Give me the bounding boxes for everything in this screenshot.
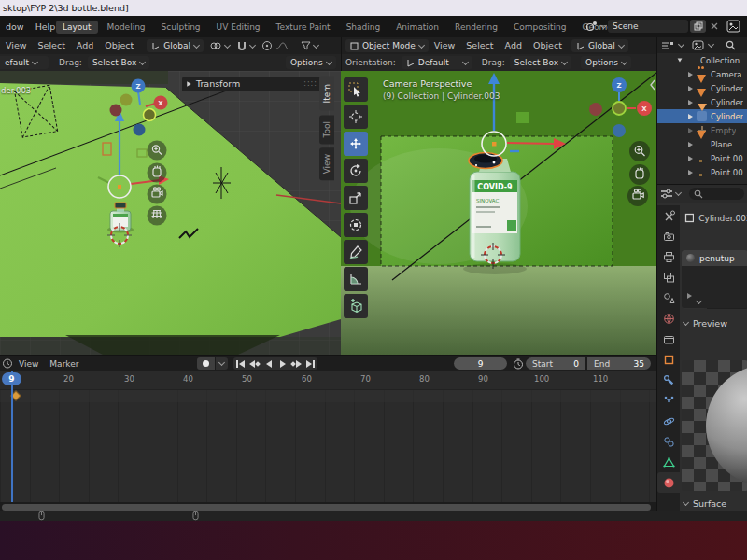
preview-section-header[interactable]: Preview <box>684 318 747 329</box>
left-viewport-canvas[interactable]: Z X der.003 Transform :::: <box>0 71 341 355</box>
scene-unlink-button[interactable] <box>708 20 721 33</box>
scene-copy-button[interactable] <box>690 20 706 33</box>
material-slot-row[interactable]: penutup <box>682 250 747 266</box>
current-frame-field[interactable]: 9 <box>454 357 507 370</box>
outliner-row-collection[interactable]: Collection <box>657 53 747 67</box>
scene-name-field[interactable]: Scene <box>608 20 688 33</box>
timeline-dopesheet[interactable] <box>0 390 656 502</box>
tab-texture-paint[interactable]: Texture Paint <box>270 21 337 34</box>
tab-collection[interactable] <box>657 329 680 349</box>
lv-menu-view[interactable]: View <box>0 37 33 54</box>
lv-drag-dropdown[interactable]: Select Box <box>88 56 149 69</box>
jump-to-end-button[interactable] <box>303 357 317 370</box>
transform-panel-header[interactable]: Transform :::: <box>182 77 322 91</box>
rv-orientation-value-dropdown[interactable]: Default <box>402 56 472 69</box>
lv-menu-object[interactable]: Object <box>99 37 139 54</box>
tool-annotate[interactable] <box>344 240 368 264</box>
current-frame-badge[interactable]: 9 <box>2 372 21 385</box>
outliner-row-point-1[interactable]: Point.00 <box>657 151 747 165</box>
tab-particles[interactable] <box>657 390 680 411</box>
sidebar-tab-item[interactable]: Item <box>319 77 334 111</box>
rv-menu-select[interactable]: Select <box>460 37 499 54</box>
play-button[interactable] <box>275 357 289 370</box>
scene-icon[interactable] <box>585 20 599 33</box>
tab-uv-editing[interactable]: UV Editing <box>210 21 267 34</box>
tool-scale[interactable] <box>344 186 368 210</box>
sidebar-tab-tool[interactable]: Tool <box>319 115 334 144</box>
rv-menu-view[interactable]: View <box>429 37 461 54</box>
outliner-row-cylinder-selected[interactable]: Cylinder <box>657 109 747 123</box>
pivot-chevron-icon[interactable] <box>224 41 231 48</box>
outliner-row-point-2[interactable]: Point.00 <box>657 165 747 179</box>
prev-keyframe-button[interactable] <box>247 357 261 370</box>
timeline-ruler[interactable]: 20 30 40 50 60 70 80 90 100 110 <box>0 371 656 390</box>
outliner-search-icon[interactable] <box>726 40 736 50</box>
tool-cursor[interactable] <box>344 105 368 129</box>
tool-transform[interactable] <box>344 213 368 237</box>
lv-orientation-dropdown[interactable]: Global <box>147 39 204 52</box>
timeline-menu-marker[interactable]: Marker <box>44 356 84 372</box>
tool-rotate[interactable] <box>344 159 368 183</box>
tab-rendering[interactable]: Rendering <box>448 21 504 34</box>
frame-end-field[interactable]: End 35 <box>587 357 651 370</box>
timeline-editor-icon[interactable] <box>2 358 13 369</box>
tool-measure[interactable] <box>344 267 368 291</box>
surface-section-header[interactable]: Surface <box>684 498 726 509</box>
tool-select-box[interactable] <box>344 77 368 102</box>
tab-sculpting[interactable]: Sculpting <box>155 21 207 34</box>
filter-funnel-icon[interactable] <box>301 40 311 51</box>
expand-icon[interactable] <box>688 156 693 161</box>
tab-object[interactable] <box>657 349 680 370</box>
lv-options-dropdown[interactable]: Options <box>286 56 336 69</box>
collapse-icon[interactable] <box>678 59 683 63</box>
expand-icon[interactable] <box>688 72 693 77</box>
timeline-scrollbar[interactable] <box>2 504 651 511</box>
expand-icon[interactable] <box>688 86 693 91</box>
expand-icon[interactable] <box>688 100 693 105</box>
tab-layout[interactable]: Layout <box>56 21 98 34</box>
slot-expand-icon[interactable] <box>687 293 692 299</box>
frame-start-field[interactable]: Start 0 <box>526 357 585 370</box>
rv-menu-add[interactable]: Add <box>500 37 528 54</box>
filter-mode-icon[interactable] <box>661 41 674 50</box>
rv-mode-dropdown[interactable]: Object Mode <box>345 39 429 52</box>
jump-to-start-button[interactable] <box>233 357 247 370</box>
lv-mode-fallback-dropdown[interactable]: efault <box>0 56 49 69</box>
tab-shading[interactable]: Shading <box>340 21 388 34</box>
expand-icon[interactable] <box>688 128 693 133</box>
pivot-icon[interactable] <box>209 40 222 51</box>
expand-icon[interactable] <box>688 142 693 147</box>
tab-material[interactable] <box>657 472 680 493</box>
expand-icon[interactable] <box>688 170 693 175</box>
tab-view-layer[interactable] <box>657 267 680 287</box>
tab-compositing[interactable]: Compositing <box>507 21 572 34</box>
playhead-line[interactable] <box>11 371 13 502</box>
tool-move[interactable] <box>344 132 368 156</box>
keying-chevron[interactable] <box>216 357 228 370</box>
properties-search-field[interactable] <box>689 188 744 200</box>
right-viewport-canvas[interactable]: COVID-9 SINOVAC <box>341 71 656 355</box>
tab-tool[interactable] <box>657 205 680 226</box>
sidebar-tab-view[interactable]: View <box>319 147 334 180</box>
tab-modifiers[interactable] <box>657 370 680 390</box>
rv-orientation-dropdown[interactable]: Global <box>571 39 628 52</box>
display-mode-icon[interactable] <box>692 40 704 50</box>
scene-chevron-icon[interactable] <box>600 21 607 28</box>
filter-mode-chevron-icon[interactable] <box>678 41 684 48</box>
tab-constraints[interactable] <box>657 431 680 452</box>
falloff-curve-icon[interactable] <box>275 40 289 51</box>
filter-chevron-icon[interactable] <box>313 41 319 48</box>
rv-menu-object[interactable]: Object <box>528 37 568 54</box>
lv-menu-select[interactable]: Select <box>33 37 71 54</box>
properties-editor-icon[interactable] <box>660 189 673 199</box>
auto-key-button[interactable] <box>197 357 215 370</box>
snap-magnet-icon[interactable] <box>236 40 247 51</box>
tab-modeling[interactable]: Modeling <box>101 21 152 34</box>
tool-add-cube[interactable] <box>344 294 368 318</box>
tab-animation[interactable]: Animation <box>389 21 445 34</box>
timeline-menu-view[interactable]: View <box>13 356 44 372</box>
use-preview-range-icon[interactable] <box>513 358 524 370</box>
tab-scene[interactable] <box>657 287 680 308</box>
rv-options-dropdown[interactable]: Options <box>581 56 631 69</box>
outliner-row-plane[interactable]: Plane <box>657 137 747 151</box>
